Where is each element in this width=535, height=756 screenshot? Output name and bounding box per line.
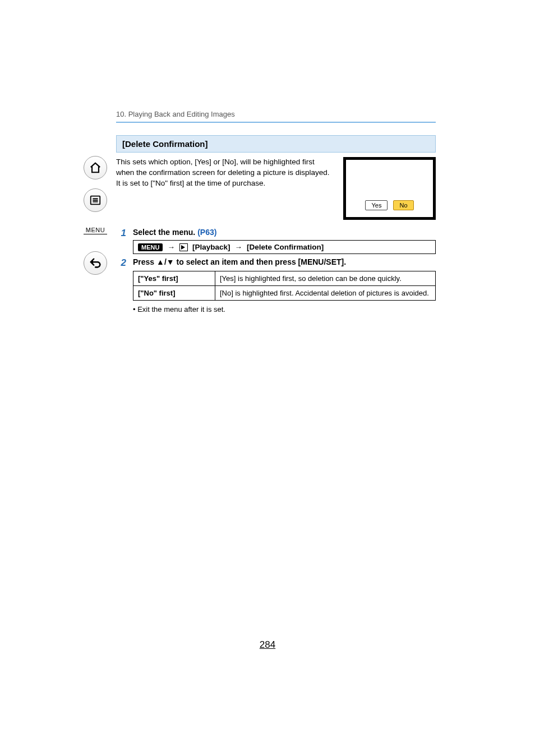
- screen-illustration: Yes No: [343, 157, 436, 220]
- playback-icon: [179, 243, 188, 251]
- step-number: 2: [116, 257, 126, 269]
- menu-icon-label[interactable]: MENU: [84, 227, 107, 234]
- chapter-heading: 10. Playing Back and Editing Images: [116, 110, 436, 118]
- page-ref-link[interactable]: (P63): [197, 228, 216, 237]
- page-number: 284: [0, 639, 535, 651]
- main-content: 10. Playing Back and Editing Images [Del…: [116, 110, 436, 314]
- intro-text: This sets which option, [Yes] or [No], w…: [116, 157, 334, 220]
- dialog-yes-button: Yes: [365, 200, 388, 210]
- dialog-no-button: No: [393, 200, 413, 210]
- step-1: 1 Select the menu. (P63) MENU → [Playbac…: [116, 228, 436, 254]
- home-icon[interactable]: [84, 156, 107, 179]
- divider: [116, 122, 436, 123]
- table-row: ["No" first] [No] is highlighted first. …: [133, 286, 436, 301]
- step-1-title: Select the menu. (P63): [133, 228, 436, 237]
- menu-path-playback: [Playback]: [192, 243, 230, 251]
- intro-p2: It is set to ["No" first] at the time of…: [116, 179, 265, 187]
- option-yes-first-desc: [Yes] is highlighted first, so deletion …: [215, 271, 436, 286]
- step-2: 2 Press ▲/▼ to select an item and then p…: [116, 257, 436, 301]
- menu-path-delete-confirmation: [Delete Confirmation]: [247, 243, 324, 251]
- back-icon[interactable]: [84, 251, 107, 275]
- options-table: ["Yes" first] [Yes] is highlighted first…: [133, 271, 436, 301]
- option-no-first-key: ["No" first]: [133, 286, 215, 301]
- option-yes-first-key: ["Yes" first]: [133, 271, 215, 286]
- section-title: [Delete Confirmation]: [116, 135, 436, 153]
- toc-icon[interactable]: [84, 188, 107, 212]
- menu-path: MENU → [Playback] → [Delete Confirmation…: [133, 240, 436, 254]
- step-1-text: Select the menu.: [133, 228, 197, 237]
- arrow-icon: →: [167, 243, 175, 251]
- step-2-title: Press ▲/▼ to select an item and then pre…: [133, 257, 436, 266]
- arrow-icon: →: [234, 243, 242, 251]
- table-row: ["Yes" first] [Yes] is highlighted first…: [133, 271, 436, 286]
- intro-p1: This sets which option, [Yes] or [No], w…: [116, 158, 329, 177]
- side-nav: MENU: [81, 156, 109, 275]
- step-number: 1: [116, 228, 126, 239]
- footnote: Exit the menu after it is set.: [133, 305, 436, 314]
- menu-badge-icon: MENU: [138, 243, 163, 251]
- option-no-first-desc: [No] is highlighted first. Accidental de…: [215, 286, 436, 301]
